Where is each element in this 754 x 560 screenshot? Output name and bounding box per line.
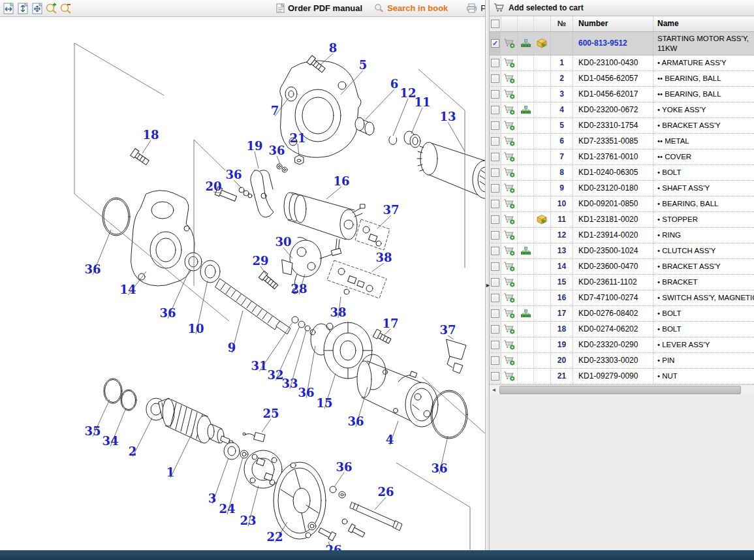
row-checkbox[interactable] [491,309,499,318]
callout-number[interactable]: 37 [383,203,399,217]
callout-number[interactable]: 10 [187,322,204,335]
callout-number[interactable]: 5 [359,58,368,72]
callout-number[interactable]: 36 [159,306,176,320]
package-icon[interactable] [537,39,548,48]
callout-number[interactable]: 26 [377,485,394,499]
row-checkbox[interactable] [491,121,499,130]
row-checkbox[interactable] [491,278,499,287]
callout-number[interactable]: 36 [84,262,101,276]
sub-assembly-tree-icon[interactable] [521,106,531,114]
add-to-cart-icon[interactable] [503,121,515,131]
add-to-cart-icon[interactable] [503,74,515,84]
part-number-link[interactable]: 600-813-9512 [578,39,627,48]
add-to-cart-icon[interactable] [503,246,515,256]
row-checkbox[interactable] [491,200,499,208]
callout-number[interactable]: 15 [316,396,332,410]
callout-number[interactable]: 19 [246,139,262,153]
add-to-cart-icon[interactable] [503,293,515,303]
scroll-left-arrow[interactable]: ◄ [490,386,498,394]
callout-number[interactable]: 36 [225,168,242,181]
add-to-cart-icon[interactable] [503,371,515,381]
callout-number[interactable]: 35 [84,424,101,438]
add-to-cart-icon[interactable] [503,89,515,99]
sub-assembly-tree-icon[interactable] [521,309,531,318]
add-to-cart-icon[interactable] [503,356,515,366]
callout-number[interactable]: 6 [390,77,399,91]
callout-number[interactable]: 1 [166,465,175,479]
callout-number[interactable]: 2 [129,444,137,458]
sub-assembly-tree-icon[interactable] [521,247,531,255]
row-checkbox[interactable] [491,106,499,114]
callout-number[interactable]: 23 [240,514,256,527]
callout-number[interactable]: 29 [252,254,268,268]
callout-number[interactable]: 13 [439,110,456,123]
add-to-cart-icon[interactable] [503,230,515,240]
add-to-cart-icon[interactable] [503,152,515,162]
row-checkbox[interactable] [491,372,499,381]
print-button[interactable]: Print [461,1,485,16]
row-checkbox[interactable] [491,168,499,177]
callout-number[interactable]: 38 [375,251,392,264]
callout-number[interactable]: 8 [329,41,338,55]
row-checkbox[interactable] [491,74,499,83]
row-checkbox[interactable] [491,341,499,349]
fit-height-button[interactable] [16,1,29,16]
row-checkbox[interactable] [491,356,499,365]
callout-number[interactable]: 25 [262,407,279,420]
add-to-cart-icon[interactable] [503,39,515,48]
callout-number[interactable]: 30 [275,235,291,249]
fit-width-button[interactable] [2,1,15,16]
row-checkbox[interactable]: ✓ [491,39,499,48]
callout-number[interactable]: 38 [330,305,346,319]
callout-number[interactable]: 36 [268,144,285,157]
package-icon[interactable] [537,215,548,225]
callout-number[interactable]: 17 [382,317,398,330]
callout-number[interactable]: 4 [386,433,394,446]
add-to-cart-icon[interactable] [503,105,515,115]
callout-number[interactable]: 24 [219,502,235,516]
callout-number[interactable]: 36 [431,461,447,475]
zoom-out-button[interactable] [59,1,72,16]
add-to-cart-icon[interactable] [503,199,515,209]
callout-number[interactable]: 31 [251,359,267,373]
row-checkbox[interactable] [491,325,499,334]
add-to-cart-icon[interactable] [503,168,515,178]
row-checkbox[interactable] [491,137,499,146]
callout-number[interactable]: 7 [271,104,279,117]
callout-number[interactable]: 28 [291,282,307,296]
row-checkbox[interactable] [491,294,499,302]
add-to-cart-icon[interactable] [503,262,515,272]
callout-number[interactable]: 36 [336,460,352,474]
callout-number[interactable]: 3 [208,491,217,505]
add-to-cart-icon[interactable] [503,183,515,193]
add-to-cart-icon[interactable] [503,309,515,319]
row-checkbox[interactable] [491,90,499,99]
add-to-cart-icon[interactable] [503,324,515,334]
panel-splitter[interactable]: ► [485,0,490,550]
add-to-cart-icon[interactable] [503,58,515,68]
callout-number[interactable]: 34 [102,434,118,448]
row-checkbox[interactable] [491,59,499,67]
add-to-cart-icon[interactable] [503,340,515,350]
callout-number[interactable]: 9 [228,341,236,354]
scrollbar-thumb[interactable] [499,386,741,394]
callout-number[interactable]: 36 [298,386,314,399]
row-checkbox[interactable] [491,262,499,271]
row-checkbox[interactable] [491,153,499,161]
callout-number[interactable]: 11 [414,95,430,109]
add-selected-to-cart-button[interactable]: Add selected to cart [490,0,754,16]
add-to-cart-icon[interactable] [503,215,515,225]
callout-number[interactable]: 33 [281,377,298,390]
row-checkbox[interactable] [491,215,499,224]
sub-assembly-tree-icon[interactable] [521,39,531,48]
callout-number[interactable]: 16 [333,174,349,188]
row-checkbox[interactable] [491,247,499,255]
order-pdf-manual-button[interactable]: Order PDF manual [271,1,368,16]
callout-number[interactable]: 37 [439,323,456,337]
select-all-checkbox[interactable] [491,20,499,28]
row-checkbox[interactable] [491,184,499,193]
callout-number[interactable]: 21 [289,131,306,145]
search-in-book-button[interactable]: Search in book [369,1,453,16]
callout-number[interactable]: 26 [325,543,341,551]
callout-number[interactable]: 18 [142,128,159,142]
